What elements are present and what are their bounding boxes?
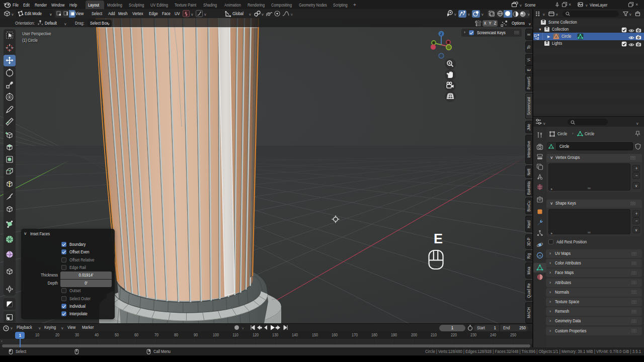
svg-text:E: E xyxy=(434,231,443,246)
svg-text:Z: Z xyxy=(440,32,443,36)
svg-text:X: X xyxy=(447,41,450,44)
svg-text:Y: Y xyxy=(433,41,435,45)
